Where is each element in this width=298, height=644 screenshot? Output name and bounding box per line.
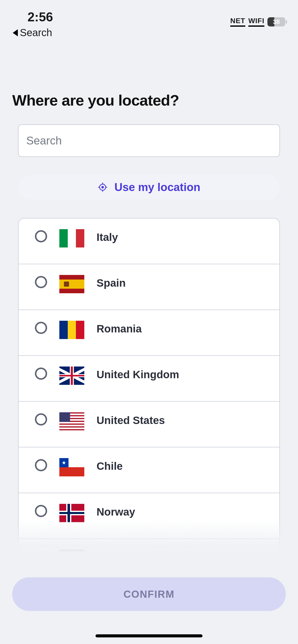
country-label: Spain [97, 275, 126, 289]
country-label: United Kingdom [97, 367, 179, 381]
country-row-germany[interactable]: Germany [19, 539, 279, 551]
network-indicator: NET [230, 17, 245, 27]
page-title: Where are you located? [12, 92, 286, 109]
flag-norway-icon [59, 504, 84, 522]
back-triangle-icon [13, 29, 18, 36]
flag-chile-icon: ★ [59, 458, 84, 476]
radio-icon[interactable] [35, 459, 47, 471]
home-indicator[interactable] [96, 634, 202, 637]
confirm-button[interactable]: CONFIRM [12, 577, 286, 611]
radio-icon[interactable] [35, 276, 47, 288]
flag-us-icon [59, 412, 84, 431]
radio-icon[interactable] [35, 368, 47, 380]
radio-icon[interactable] [35, 322, 47, 334]
search-input[interactable] [26, 134, 272, 147]
radio-icon[interactable] [35, 551, 47, 551]
wifi-indicator: WIFI [248, 17, 264, 27]
country-row-chile[interactable]: ★ Chile [19, 447, 279, 493]
radio-icon[interactable] [35, 505, 47, 517]
country-row-norway[interactable]: Norway [19, 493, 279, 539]
radio-icon[interactable] [35, 230, 47, 242]
country-label: Chile [97, 458, 123, 472]
country-row-italy[interactable]: Italy [19, 218, 279, 264]
country-label: Norway [97, 504, 135, 518]
flag-romania-icon [59, 321, 84, 339]
battery-percent: 38 [267, 18, 285, 25]
status-bar: 2:56 Search NET WIFI 38 [0, 0, 298, 36]
use-my-location-button[interactable]: Use my location [18, 175, 280, 200]
confirm-label: CONFIRM [124, 589, 175, 600]
use-location-label: Use my location [114, 181, 200, 194]
svg-point-1 [101, 186, 104, 188]
location-target-icon [98, 182, 108, 192]
country-list: Italy Spain Romania United Kingdom U [18, 218, 280, 551]
back-to-search[interactable]: Search [13, 27, 53, 38]
country-row-us[interactable]: United States [19, 402, 279, 447]
country-row-spain[interactable]: Spain [19, 264, 279, 310]
radio-icon[interactable] [35, 413, 47, 426]
flag-italy-icon [59, 229, 84, 247]
country-row-romania[interactable]: Romania [19, 310, 279, 356]
flag-germany-icon [59, 550, 84, 551]
back-label: Search [20, 27, 52, 38]
search-box[interactable] [18, 124, 280, 157]
flag-spain-icon [59, 275, 84, 293]
country-row-uk[interactable]: United Kingdom [19, 356, 279, 402]
country-label: United States [97, 412, 165, 427]
country-label: Romania [97, 321, 142, 335]
battery-icon: 38 [267, 17, 285, 26]
country-label: Germany [97, 550, 143, 551]
status-time: 2:56 [13, 10, 53, 24]
flag-uk-icon [59, 367, 84, 385]
country-label: Italy [97, 229, 118, 243]
